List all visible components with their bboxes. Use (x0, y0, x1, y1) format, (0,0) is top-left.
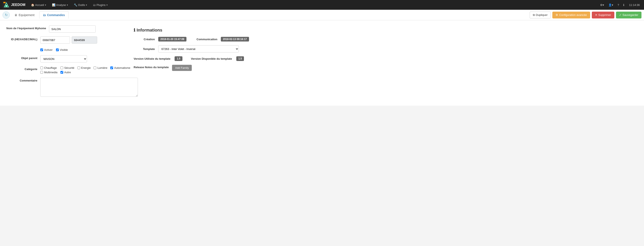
cat-chauffage[interactable]: Chauffage (40, 66, 58, 69)
nav-plugins-caret: ▾ (106, 4, 108, 6)
cat-multimedia-checkbox[interactable] (40, 71, 43, 74)
info-button[interactable]: ℹ (622, 2, 626, 7)
id-decimal-input[interactable] (72, 36, 97, 44)
creation-label: Création (134, 38, 155, 41)
communication-date-badge: 2018-02-13 09:16:17 (221, 37, 249, 41)
refresh-button[interactable]: ↻ (2, 11, 10, 19)
cat-autre-checkbox[interactable] (60, 71, 63, 74)
nav-outils-label: Outils (78, 3, 85, 6)
visible-checkbox-label[interactable]: Visible (56, 48, 68, 51)
version-available-badge: 1.5 (236, 56, 244, 61)
logo-icon (2, 1, 10, 9)
activer-visible-label (6, 47, 40, 49)
user-button[interactable]: 👤▾ (607, 2, 614, 7)
categories-grid: Chauffage Sécurité Energie Lumière (40, 66, 130, 74)
equipment-name-label: Nom de l'équipement Myhome (6, 25, 49, 30)
info-title: ℹ Informations (134, 27, 638, 33)
cat-energie[interactable]: Energie (78, 66, 91, 69)
nav-analyse-label: Analyse (56, 3, 66, 6)
duplicate-button[interactable]: ⧉ Dupliquer (530, 12, 551, 18)
equipment-name-input[interactable] (49, 25, 96, 33)
communication-label: Communication (196, 38, 218, 41)
activer-visible-controls: Activer Visible (40, 48, 68, 51)
right-panel: ℹ Informations Création 2018-01-20 15:47… (134, 25, 638, 101)
nav-accueil-label: Accueil (35, 3, 44, 6)
id-input-row (40, 36, 97, 44)
cat-automatisme-checkbox[interactable] (110, 66, 113, 69)
main-content: Nom de l'équipement Myhome ID (HEXA/DECI… (0, 20, 644, 106)
advanced-config-button[interactable]: ⚙ Configuration avancée (552, 12, 590, 18)
commentaire-textarea[interactable] (40, 78, 138, 97)
add-family-label: Add Family (175, 66, 189, 69)
cat-multimedia[interactable]: Multimedia (40, 71, 58, 74)
id-label: ID (HEXA/DECIMAL) (6, 36, 40, 41)
release-notes-row: Release Notes du template Add Family (134, 65, 638, 71)
cat-securite[interactable]: Sécurité (60, 66, 74, 69)
cat-autre[interactable]: Autre (60, 71, 74, 74)
cat-automatisme[interactable]: Automatisme (110, 66, 130, 69)
brand-label: JEEDOM (11, 3, 26, 7)
analyse-icon: 📊 (52, 3, 55, 6)
navbar-right: ⚙▾ 👤▾ ? ℹ 11:14:36 (599, 2, 642, 7)
svg-rect-2 (6, 5, 7, 7)
parent-object-select[interactable]: MAISON (40, 55, 87, 62)
duplicate-label: Dupliquer (536, 13, 548, 16)
refresh-icon: ↻ (5, 13, 8, 17)
id-controls (40, 36, 97, 44)
delete-icon: ✕ (595, 13, 597, 16)
navbar: JEEDOM 🏠 Accueil ▾ 📊 Analyse ▾ 🔧 Outils … (0, 0, 644, 10)
delete-button[interactable]: ✕ Supprimer (592, 12, 614, 18)
activer-label-text: Activer (44, 48, 52, 51)
equipement-tab-label: Equipement (19, 13, 34, 17)
nav-outils[interactable]: 🔧 Outils ▾ (71, 2, 90, 8)
version-row: Version Utilisée du template 1.5 Version… (134, 56, 638, 61)
nav-plugins[interactable]: 🗂 Plugins ▾ (90, 2, 110, 8)
advanced-config-label: Configuration avancée (559, 13, 587, 16)
activer-checkbox-label[interactable]: Activer (40, 48, 52, 51)
home-icon: 🏠 (31, 3, 34, 6)
creation-date-badge: 2018-01-20 15:47:09 (158, 37, 186, 41)
creation-communication-row: Création 2018-01-20 15:47:09 Communicati… (134, 37, 638, 41)
nav-accueil-caret: ▾ (45, 4, 46, 6)
id-hex-input[interactable] (40, 36, 70, 44)
info-title-text: Informations (136, 28, 162, 33)
template-label: Template (134, 47, 155, 51)
add-family-button[interactable]: Add Family (172, 65, 192, 71)
categorie-label: Catégorie (6, 66, 40, 71)
nav-analyse[interactable]: 📊 Analyse ▾ (50, 2, 70, 8)
cat-lumiere-checkbox[interactable] (94, 66, 96, 69)
visible-checkbox[interactable] (56, 48, 59, 51)
settings-button[interactable]: ⚙▾ (599, 2, 606, 7)
categorie-controls: Chauffage Sécurité Energie Lumière (40, 66, 130, 74)
parent-object-controls: MAISON (40, 55, 87, 62)
help-button[interactable]: ? (616, 2, 620, 7)
wrench-icon: 🔧 (74, 3, 77, 6)
nav-accueil[interactable]: 🏠 Accueil ▾ (28, 2, 48, 8)
nav-outils-caret: ▾ (86, 4, 87, 6)
tab-equipement[interactable]: 🖥 Equipement (11, 12, 38, 18)
toolbar-actions: ⧉ Dupliquer ⚙ Configuration avancée ✕ Su… (530, 12, 642, 18)
cat-chauffage-checkbox[interactable] (40, 66, 43, 69)
version-available-label: Version Disponible du template (191, 57, 232, 60)
plugins-icon: 🗂 (93, 3, 96, 6)
id-group: ID (HEXA/DECIMAL) (6, 36, 125, 44)
activer-visible-group: Activer Visible (6, 47, 125, 51)
activer-checkbox[interactable] (40, 48, 43, 51)
cat-energie-checkbox[interactable] (78, 66, 80, 69)
commentaire-label: Commentaire (6, 78, 40, 82)
version-used-label: Version Utilisée du template (134, 57, 170, 60)
nav-analyse-caret: ▾ (67, 4, 68, 6)
save-button[interactable]: ✓ Sauvegarder (616, 12, 642, 18)
advanced-config-icon: ⚙ (556, 13, 558, 16)
categorie-group: Catégorie Chauffage Sécurité Energie (6, 66, 125, 74)
template-row: Template 67263 - Inter Volet - Inversé (134, 45, 638, 52)
release-notes-label: Release Notes du template (134, 65, 169, 69)
brand[interactable]: JEEDOM (2, 1, 26, 9)
tab-commandes[interactable]: 🗂 Commandes (39, 11, 68, 19)
toolbar: ↻ 🖥 Equipement 🗂 Commandes ⧉ Dupliquer ⚙… (0, 10, 644, 20)
nav-plugins-label: Plugins (96, 3, 106, 6)
cat-lumiere[interactable]: Lumière (94, 66, 107, 69)
equipment-name-group: Nom de l'équipement Myhome (6, 25, 125, 33)
cat-securite-checkbox[interactable] (60, 66, 63, 69)
template-select[interactable]: 67263 - Inter Volet - Inversé (158, 45, 239, 52)
